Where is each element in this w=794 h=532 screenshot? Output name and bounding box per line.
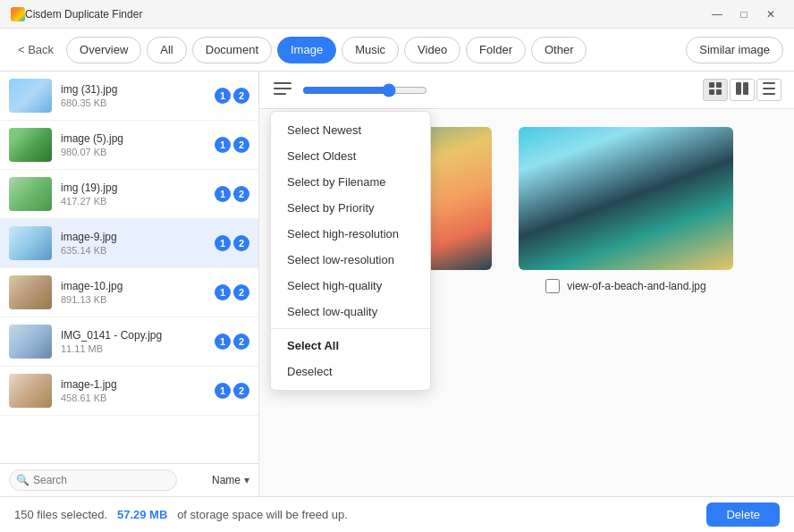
thumbnail [9, 374, 52, 408]
dropdown-item-high-res[interactable]: Select high-resolution [271, 221, 430, 247]
badge-2: 2 [233, 334, 249, 350]
maximize-button[interactable]: □ [731, 2, 756, 27]
grid-view-button[interactable] [703, 79, 728, 101]
dropdown-item-low-quality[interactable]: Select low-quality [271, 299, 430, 325]
thumbnail [9, 275, 52, 309]
file-list: img (31).jpg 680.35 KB 1 2 image (5).jpg… [0, 72, 258, 463]
list-item[interactable]: IMG_0141 - Copy.jpg 11.11 MB 1 2 [0, 317, 258, 367]
image-label-right: view-of-a-beach-and-land.jpg [567, 280, 705, 292]
tab-document[interactable]: Document [192, 37, 272, 63]
svg-rect-9 [763, 82, 775, 84]
badge-1: 1 [215, 186, 231, 202]
svg-rect-1 [274, 88, 291, 89]
search-icon: 🔍 [16, 474, 30, 486]
list-item[interactable]: image-9.jpg 635.14 KB 1 2 [0, 219, 258, 268]
file-size: 980.07 KB [61, 147, 209, 157]
status-text: 150 files selected. 57.29 MB of storage … [14, 508, 348, 521]
tab-music[interactable]: Music [342, 37, 399, 63]
file-size: 11.11 MB [61, 343, 209, 354]
sort-dropdown-icon[interactable]: ▾ [244, 474, 249, 486]
zoom-slider[interactable] [302, 83, 427, 97]
badge-1: 1 [215, 284, 231, 300]
dropdown-item-oldest[interactable]: Select Oldest [271, 143, 430, 169]
badge-2: 2 [233, 235, 249, 251]
list-item[interactable]: image-1.jpg 458.61 KB 1 2 [0, 367, 258, 416]
search-bar: 🔍 Name ▾ [0, 463, 258, 496]
navbar: < Back Overview All Document Image Music… [0, 29, 794, 72]
badge-1: 1 [215, 383, 231, 399]
svg-rect-6 [716, 89, 722, 95]
sort-label: Name [212, 474, 241, 486]
list-item[interactable]: img (31).jpg 680.35 KB 1 2 [0, 72, 258, 121]
file-name: IMG_0141 - Copy.jpg [61, 329, 209, 342]
minimize-button[interactable]: — [705, 2, 730, 27]
dropdown-item-select-all[interactable]: Select All [271, 333, 430, 359]
badge-2: 2 [233, 383, 249, 399]
dropdown-divider [271, 328, 430, 329]
svg-rect-3 [709, 82, 714, 88]
badge-1: 1 [215, 88, 231, 104]
tab-video[interactable]: Video [404, 37, 460, 63]
list-item[interactable]: image-10.jpg 891.13 KB 1 2 [0, 268, 258, 317]
badge-2: 2 [233, 88, 249, 104]
list-item[interactable]: image (5).jpg 980.07 KB 1 2 [0, 121, 258, 170]
file-size: 680.35 KB [61, 97, 209, 108]
left-panel: img (31).jpg 680.35 KB 1 2 image (5).jpg… [0, 72, 259, 496]
tab-other[interactable]: Other [531, 37, 587, 63]
thumbnail [9, 79, 52, 113]
tab-overview[interactable]: Overview [66, 37, 141, 63]
image-checkbox-right[interactable] [545, 279, 560, 293]
svg-rect-2 [274, 93, 286, 95]
badge-1: 1 [215, 235, 231, 251]
badge-2: 2 [233, 186, 249, 202]
app-icon [11, 7, 25, 21]
close-button[interactable]: ✕ [758, 2, 783, 27]
file-size: 417.27 KB [61, 196, 209, 207]
similar-image-button[interactable]: Similar image [686, 37, 783, 63]
thumbnail [9, 325, 52, 359]
file-size: 891.13 KB [61, 294, 209, 305]
status-suffix: of storage space will be freed up. [177, 508, 348, 521]
file-name: image (5).jpg [61, 132, 209, 145]
dropdown-item-low-res[interactable]: Select low-resolution [271, 247, 430, 273]
dropdown-item-priority[interactable]: Select by Priority [271, 195, 430, 221]
file-name: image-1.jpg [61, 378, 209, 391]
list-item[interactable]: img (19).jpg 417.27 KB 1 2 [0, 170, 258, 219]
right-panel: Select Newest Select Oldest Select by Fi… [259, 72, 794, 496]
thumbnail [9, 226, 52, 260]
list-view-button[interactable] [756, 79, 781, 101]
select-menu-button[interactable] [272, 80, 293, 101]
view-buttons [703, 79, 781, 101]
tab-folder[interactable]: Folder [466, 37, 526, 63]
svg-rect-8 [743, 82, 748, 95]
badge-2: 2 [233, 284, 249, 300]
svg-rect-7 [736, 82, 741, 95]
tab-all[interactable]: All [147, 37, 186, 63]
app-title: Cisdem Duplicate Finder [25, 8, 705, 21]
zoom-slider-wrap [302, 83, 694, 97]
svg-rect-5 [709, 89, 714, 95]
file-size: 635.14 KB [61, 245, 209, 256]
delete-button[interactable]: Delete [706, 502, 780, 527]
split-view-button[interactable] [730, 79, 755, 101]
file-size: 458.61 KB [61, 393, 209, 403]
file-name: img (19).jpg [61, 182, 209, 194]
svg-rect-11 [763, 93, 775, 95]
search-input[interactable] [9, 469, 177, 491]
file-name: image-10.jpg [61, 280, 209, 292]
thumbnail [9, 128, 52, 162]
badge-2: 2 [233, 137, 249, 153]
thumbnail [9, 177, 52, 211]
image-preview-right [519, 127, 733, 270]
file-name: image-9.jpg [61, 231, 209, 243]
badge-1: 1 [215, 334, 231, 350]
window-controls: — □ ✕ [705, 2, 783, 27]
back-button[interactable]: < Back [11, 39, 61, 60]
tab-image[interactable]: Image [277, 37, 336, 63]
dropdown-item-deselect[interactable]: Deselect [271, 359, 430, 384]
dropdown-item-newest[interactable]: Select Newest [271, 117, 430, 143]
badge-1: 1 [215, 137, 231, 153]
file-name: img (31).jpg [61, 83, 209, 96]
dropdown-item-high-quality[interactable]: Select high-quality [271, 273, 430, 299]
dropdown-item-filename[interactable]: Select by Filename [271, 169, 430, 195]
